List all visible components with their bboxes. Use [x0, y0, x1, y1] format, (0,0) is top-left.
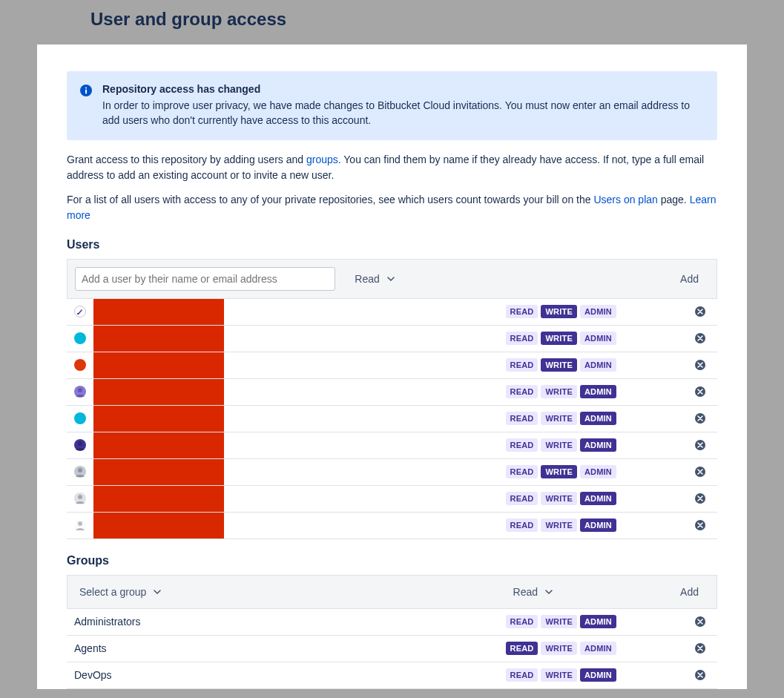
group-name: Administrators [74, 616, 140, 628]
info-banner: Repository access has changed In order t… [67, 71, 717, 140]
remove-button[interactable] [695, 333, 705, 343]
redacted-username [93, 459, 224, 485]
remove-button[interactable] [695, 413, 705, 424]
perm-admin-badge[interactable]: ADMIN [580, 615, 616, 628]
remove-button[interactable] [695, 643, 705, 653]
user-row: READWRITEADMIN [67, 513, 717, 539]
permission-toggle: READWRITEADMIN [506, 385, 616, 398]
user-row: READWRITEADMIN [67, 406, 717, 432]
perm-write-badge[interactable]: WRITE [541, 412, 576, 425]
user-row: READWRITEADMIN [67, 326, 717, 352]
remove-button[interactable] [695, 493, 705, 504]
perm-read-badge[interactable]: READ [506, 412, 538, 425]
perm-read-badge[interactable]: READ [506, 305, 538, 318]
perm-read-badge[interactable]: READ [506, 438, 538, 452]
users-on-plan-link[interactable]: Users on plan [593, 194, 657, 205]
user-avatar [74, 306, 86, 317]
perm-write-badge[interactable]: WRITE [541, 668, 576, 682]
redacted-username [93, 513, 224, 539]
info-banner-text: In order to improve user privacy, we hav… [102, 98, 704, 128]
permission-toggle: READWRITEADMIN [506, 492, 616, 505]
user-avatar [74, 466, 86, 478]
perm-write-badge[interactable]: WRITE [541, 642, 576, 655]
perm-write-badge[interactable]: WRITE [541, 438, 576, 452]
perm-write-badge[interactable]: WRITE [541, 332, 576, 345]
user-row: READWRITEADMIN [67, 352, 717, 379]
remove-button[interactable] [695, 467, 705, 477]
perm-admin-badge[interactable]: ADMIN [580, 465, 616, 478]
redacted-username [93, 299, 224, 325]
svg-point-6 [78, 468, 82, 473]
svg-point-4 [78, 388, 82, 392]
perm-admin-badge[interactable]: ADMIN [580, 668, 616, 682]
permission-toggle: READWRITEADMIN [506, 668, 616, 682]
perm-write-badge[interactable]: WRITE [541, 492, 576, 505]
dropdown-label: Read [355, 273, 379, 285]
user-row: READWRITEADMIN [67, 379, 717, 406]
remove-button[interactable] [695, 616, 705, 627]
perm-admin-badge[interactable]: ADMIN [580, 358, 616, 372]
user-row: READWRITEADMIN [67, 459, 717, 486]
group-name: Agents [74, 642, 107, 654]
user-avatar [74, 439, 86, 451]
svg-point-5 [78, 441, 82, 446]
perm-admin-badge[interactable]: ADMIN [580, 642, 616, 655]
user-row: READWRITEADMIN [67, 432, 717, 459]
perm-admin-badge[interactable]: ADMIN [580, 438, 616, 452]
permission-toggle: READWRITEADMIN [506, 615, 616, 628]
perm-write-badge[interactable]: WRITE [541, 518, 576, 532]
remove-button[interactable] [695, 520, 705, 530]
perm-admin-badge[interactable]: ADMIN [580, 332, 616, 345]
add-group-button[interactable]: Add [676, 585, 703, 599]
groups-link[interactable]: groups [306, 154, 338, 165]
perm-read-badge[interactable]: READ [506, 518, 538, 532]
chevron-down-icon [545, 590, 553, 594]
perm-admin-badge[interactable]: ADMIN [580, 518, 616, 532]
perm-read-badge[interactable]: READ [506, 668, 538, 682]
perm-write-badge[interactable]: WRITE [541, 385, 576, 398]
permission-toggle: READWRITEADMIN [506, 438, 616, 452]
perm-read-badge[interactable]: READ [506, 332, 538, 345]
redacted-username [93, 379, 224, 405]
remove-button[interactable] [695, 670, 705, 680]
perm-admin-badge[interactable]: ADMIN [580, 385, 616, 398]
perm-write-badge[interactable]: WRITE [541, 615, 576, 628]
remove-button[interactable] [695, 360, 705, 370]
svg-rect-2 [85, 88, 87, 89]
users-list: READWRITEADMIN READWRITEADMIN READWRITEA… [67, 299, 717, 539]
add-user-input[interactable] [75, 267, 335, 291]
perm-read-badge[interactable]: READ [506, 465, 538, 478]
add-user-button[interactable]: Add [676, 272, 703, 286]
user-row: READWRITEADMIN [67, 299, 717, 326]
user-permission-dropdown[interactable]: Read [350, 270, 398, 288]
perm-write-badge[interactable]: WRITE [541, 305, 576, 318]
remove-button[interactable] [695, 306, 705, 317]
redacted-username [93, 326, 224, 352]
settings-panel: Repository access has changed In order t… [37, 45, 747, 689]
user-avatar [74, 519, 86, 531]
perm-write-badge[interactable]: WRITE [541, 358, 576, 372]
perm-admin-badge[interactable]: ADMIN [580, 305, 616, 318]
select-group-dropdown[interactable]: Select a group [75, 583, 165, 601]
group-row: Agents READWRITEADMIN [67, 636, 717, 662]
remove-button[interactable] [695, 386, 705, 397]
perm-read-badge[interactable]: READ [506, 492, 538, 505]
perm-read-badge[interactable]: READ [506, 642, 538, 655]
billing-description: For a list of all users with access to a… [67, 192, 717, 223]
perm-read-badge[interactable]: READ [506, 615, 538, 628]
info-banner-title: Repository access has changed [102, 83, 704, 95]
perm-admin-badge[interactable]: ADMIN [580, 492, 616, 505]
perm-admin-badge[interactable]: ADMIN [580, 412, 616, 425]
remove-button[interactable] [695, 440, 705, 450]
permission-toggle: READWRITEADMIN [506, 465, 616, 478]
permission-toggle: READWRITEADMIN [506, 412, 616, 425]
users-heading: Users [67, 238, 717, 251]
user-avatar [74, 493, 86, 504]
perm-write-badge[interactable]: WRITE [541, 465, 576, 478]
perm-read-badge[interactable]: READ [506, 385, 538, 398]
group-permission-dropdown[interactable]: Read [509, 583, 557, 601]
svg-point-3 [77, 313, 79, 315]
perm-read-badge[interactable]: READ [506, 358, 538, 372]
redacted-username [93, 406, 224, 432]
groups-list: Administrators READWRITEADMIN Agents REA… [67, 609, 717, 689]
